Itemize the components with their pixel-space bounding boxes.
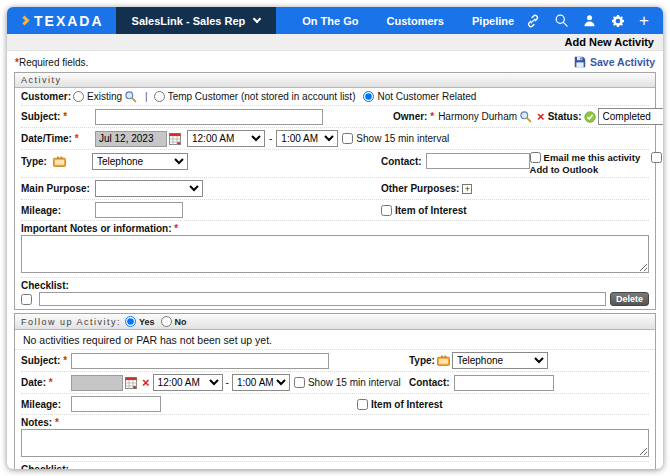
- checklist-label: Checklist:: [21, 278, 649, 291]
- followup-contact-input[interactable]: [454, 375, 554, 391]
- followup-item-of-interest-checkbox[interactable]: [357, 399, 368, 410]
- subject-label: Subject: *: [21, 111, 95, 122]
- checklist-item-checkbox[interactable]: [21, 294, 32, 305]
- contact-input[interactable]: [426, 153, 530, 169]
- followup-yes-radio[interactable]: [125, 316, 136, 327]
- calendar-icon[interactable]: [169, 132, 181, 145]
- owner-clear-icon[interactable]: ×: [537, 112, 545, 122]
- followup-type-label: Type:: [409, 355, 435, 366]
- main-purpose-select[interactable]: [95, 180, 203, 197]
- save-disk-icon: [574, 56, 586, 68]
- nav-customers[interactable]: Customers: [387, 15, 444, 27]
- nav-pipeline[interactable]: Pipeline: [472, 15, 514, 27]
- email-outlook-block: Email me this activity Add to Outlook: [530, 152, 662, 175]
- item-of-interest-label: Item of Interest: [395, 205, 467, 216]
- app-selector[interactable]: SalesLink - Sales Rep: [116, 7, 277, 34]
- top-navbar: TEXADA SalesLink - Sales Rep On The Go C…: [7, 7, 663, 34]
- radio-temp-customer-label: Temp Customer (not stored in account lis…: [168, 91, 356, 102]
- followup-time-start-select[interactable]: 12:00 AM: [153, 374, 223, 391]
- main-content: *Required fields. Save Activity Activity…: [7, 51, 663, 469]
- followup-yes-label: Yes: [139, 317, 155, 327]
- customer-label: Customer:: [21, 91, 73, 102]
- date-input[interactable]: [95, 131, 167, 147]
- activity-section: Activity Customer: Existing | Temp Custo…: [14, 72, 656, 310]
- logo-text: TEXADA: [34, 13, 104, 29]
- texada-logo[interactable]: TEXADA: [7, 7, 116, 34]
- important-notes-textarea[interactable]: [21, 235, 649, 273]
- followup-subject-input[interactable]: [71, 353, 329, 369]
- chevron-down-icon: [253, 15, 261, 23]
- followup-subject-row: Subject: * Type: Telephone: [21, 350, 649, 372]
- checklist-block: Checklist: Delete: [21, 278, 649, 309]
- email-me-checkbox[interactable]: [530, 152, 541, 163]
- followup-section: Follow up Activity: Yes No No activities…: [14, 313, 656, 469]
- email-me-label: Email me this activity: [544, 152, 641, 163]
- followup-contact-label: Contact:: [409, 377, 450, 388]
- followup-date-input[interactable]: [71, 375, 123, 391]
- customer-separator: |: [145, 91, 148, 102]
- activity-section-title: Activity: [21, 75, 62, 85]
- time-start-select[interactable]: 12:00 AM: [187, 130, 265, 147]
- followup-type-icon: [437, 355, 450, 366]
- time-end-select[interactable]: 1:00 AM: [276, 130, 338, 147]
- owner-label: Owner: *: [393, 111, 434, 122]
- status-label: Status:: [548, 111, 582, 122]
- show-interval-label: Show 15 min interval: [356, 133, 449, 144]
- user-icon[interactable]: [582, 13, 597, 28]
- required-note: *Required fields.: [15, 57, 88, 68]
- activity-section-header: Activity: [15, 73, 655, 88]
- app-selector-label: SalesLink - Sales Rep: [132, 15, 246, 27]
- toolbar-row: *Required fields. Save Activity: [14, 53, 656, 72]
- subject-input[interactable]: [95, 109, 323, 125]
- followup-mileage-input[interactable]: [71, 396, 161, 412]
- followup-calendar-icon[interactable]: [125, 376, 137, 389]
- followup-notes-textarea[interactable]: [21, 429, 649, 457]
- status-select[interactable]: Completed: [598, 108, 663, 125]
- add-outlook-label: Add to Outlook: [530, 164, 662, 175]
- followup-date-clear-icon[interactable]: ×: [142, 378, 150, 388]
- contact-label: Contact:: [381, 156, 422, 167]
- customer-search-icon[interactable]: [124, 90, 137, 103]
- radio-not-customer-related[interactable]: [363, 91, 374, 102]
- app-window: TEXADA SalesLink - Sales Rep On The Go C…: [7, 7, 663, 469]
- datetime-row: Date/Time: * 12:00 AM - 1:00 AM Show 15 …: [21, 128, 649, 150]
- mileage-row: Mileage: Item of Interest: [21, 200, 649, 221]
- followup-checklist-block: Checklist: Delete: [21, 462, 649, 469]
- gear-icon[interactable]: [610, 13, 626, 29]
- link-icon[interactable]: [525, 13, 541, 29]
- followup-no-radio[interactable]: [161, 316, 172, 327]
- type-select[interactable]: Telephone: [92, 153, 188, 170]
- datetime-label: Date/Time: *: [21, 133, 95, 144]
- expand-other-purposes-icon[interactable]: +: [462, 184, 472, 194]
- item-of-interest-checkbox[interactable]: [381, 205, 392, 216]
- followup-time-separator: -: [226, 377, 229, 388]
- mileage-input[interactable]: [95, 202, 183, 218]
- checklist-item-input[interactable]: [39, 292, 606, 306]
- add-icon[interactable]: +: [639, 12, 649, 29]
- radio-temp-customer[interactable]: [154, 91, 165, 102]
- save-activity-button[interactable]: Save Activity: [574, 56, 655, 68]
- owner-search-icon[interactable]: [519, 110, 532, 123]
- followup-notes-block: Notes: *: [21, 415, 649, 462]
- status-complete-icon: [584, 111, 596, 123]
- checklist-delete-button[interactable]: Delete: [610, 292, 649, 306]
- search-icon[interactable]: [554, 13, 569, 28]
- followup-checklist-label: Checklist:: [21, 462, 649, 469]
- followup-date-label: Date: *: [21, 377, 71, 388]
- page-title: Add New Activity: [565, 36, 654, 48]
- followup-show-interval-checkbox[interactable]: [294, 377, 305, 388]
- important-notes-label: Important Notes or information: *: [21, 221, 649, 234]
- followup-section-header: Follow up Activity: Yes No: [15, 314, 655, 330]
- owner-value: Harmony Durham: [438, 111, 517, 122]
- followup-show-interval-label: Show 15 min interval: [308, 377, 401, 388]
- add-outlook-checkbox[interactable]: [651, 152, 662, 163]
- nav-on-the-go[interactable]: On The Go: [302, 15, 358, 27]
- main-purpose-label: Main Purpose:: [21, 183, 95, 194]
- followup-time-end-select[interactable]: 1:00 AM: [232, 374, 290, 391]
- followup-type-select[interactable]: Telephone: [452, 352, 548, 369]
- radio-existing[interactable]: [73, 91, 84, 102]
- radio-not-customer-related-label: Not Customer Related: [377, 91, 476, 102]
- other-purposes-label: Other Purposes:: [381, 183, 459, 194]
- notes-block: Important Notes or information: *: [21, 221, 649, 278]
- show-interval-checkbox[interactable]: [342, 133, 353, 144]
